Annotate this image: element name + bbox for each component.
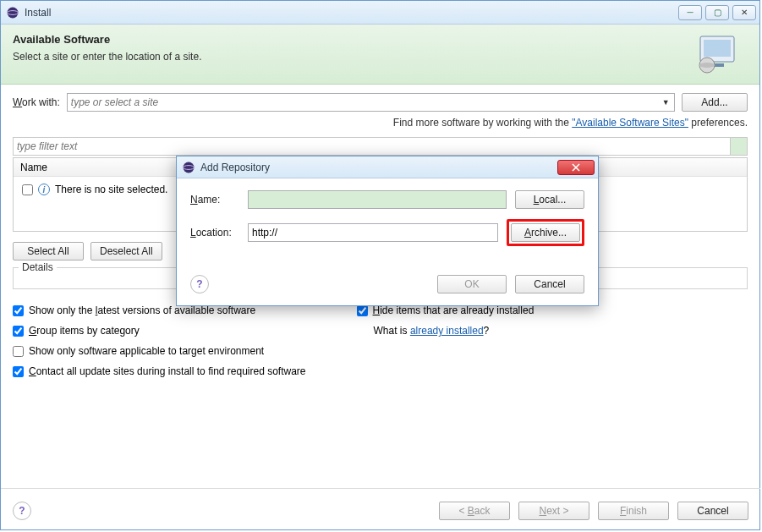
- banner-subtitle: Select a site or enter the location of a…: [13, 51, 695, 63]
- svg-point-7: [184, 162, 195, 173]
- local-button[interactable]: Local...: [515, 190, 584, 209]
- maximize-button[interactable]: ▢: [705, 5, 729, 20]
- helper-text: Find more software by working with the "…: [13, 117, 748, 129]
- svg-rect-3: [704, 40, 731, 57]
- add-repository-dialog: Add Repository Name: Local... Location: …: [176, 156, 599, 306]
- chevron-down-icon[interactable]: ▼: [661, 98, 671, 107]
- location-input[interactable]: [248, 223, 498, 242]
- check-latest[interactable]: [13, 305, 24, 316]
- location-label: Location:: [190, 227, 239, 239]
- row-checkbox[interactable]: [22, 184, 33, 195]
- dialog-help-icon[interactable]: ?: [190, 275, 209, 293]
- info-icon: i: [38, 184, 50, 195]
- already-installed-link[interactable]: already installed: [410, 325, 484, 337]
- banner: Available Software Select a site or ente…: [1, 25, 759, 85]
- titlebar-main[interactable]: Install ─ ▢ ✕: [1, 1, 759, 25]
- svg-point-0: [8, 7, 19, 18]
- finish-button[interactable]: Finish: [598, 502, 669, 520]
- next-button[interactable]: Next >: [518, 502, 589, 520]
- available-sites-link[interactable]: "Available Software Sites": [572, 117, 688, 129]
- filter-indicator: [731, 137, 748, 156]
- deselect-all-button[interactable]: Deselect All: [90, 242, 162, 261]
- back-button[interactable]: < Back: [439, 502, 510, 520]
- name-input[interactable]: [248, 190, 507, 209]
- dialog-cancel-button[interactable]: Cancel: [515, 275, 584, 293]
- eclipse-icon: [6, 6, 19, 19]
- workwith-combo[interactable]: ▼: [67, 93, 675, 112]
- archive-button[interactable]: Archive...: [511, 223, 580, 242]
- check-hide[interactable]: [357, 305, 368, 316]
- row-message: There is no site selected.: [55, 184, 167, 195]
- close-button[interactable]: ✕: [732, 5, 756, 20]
- workwith-input[interactable]: [71, 96, 661, 108]
- svg-point-6: [699, 63, 715, 68]
- eclipse-icon: [182, 161, 195, 174]
- wizard-footer: ? < Back Next > Finish Cancel: [1, 488, 760, 532]
- select-all-button[interactable]: Select All: [13, 242, 84, 261]
- filter-input[interactable]: [13, 137, 731, 156]
- check-contact[interactable]: [13, 366, 24, 377]
- banner-image: [695, 33, 743, 74]
- help-icon[interactable]: ?: [13, 502, 31, 520]
- window-title: Install: [25, 7, 678, 19]
- banner-title: Available Software: [13, 33, 695, 46]
- check-group[interactable]: [13, 326, 24, 337]
- workwith-label: Work with:: [13, 96, 60, 108]
- dialog-close-button[interactable]: [557, 160, 595, 175]
- add-button[interactable]: Add...: [682, 93, 748, 112]
- archive-highlight: Archive...: [507, 219, 584, 246]
- dialog-title: Add Repository: [200, 162, 557, 173]
- minimize-button[interactable]: ─: [678, 5, 702, 20]
- dialog-titlebar[interactable]: Add Repository: [177, 156, 598, 178]
- cancel-button[interactable]: Cancel: [677, 502, 748, 520]
- check-target[interactable]: [13, 346, 24, 357]
- details-label: Details: [19, 261, 57, 273]
- whatis-row: What is already installed?: [357, 325, 534, 337]
- name-label: Name:: [190, 194, 239, 206]
- ok-button[interactable]: OK: [437, 275, 507, 293]
